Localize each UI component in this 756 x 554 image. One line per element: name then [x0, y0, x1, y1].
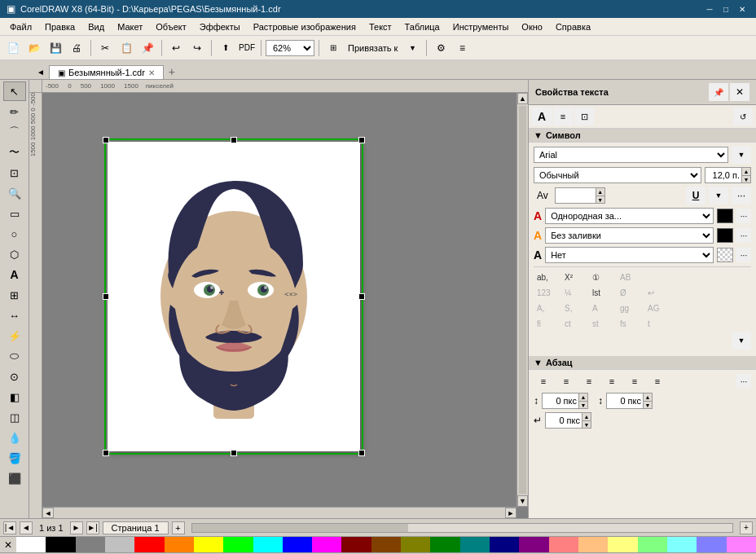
shadow-tool[interactable]: ◧ [3, 387, 26, 407]
space-before-down[interactable]: ▼ [578, 401, 588, 409]
document-tab[interactable]: ▣ Безымянный-1.cdr ✕ [49, 65, 164, 79]
strip-color-#80FF80[interactable] [638, 537, 667, 552]
vscroll-thumb[interactable] [519, 106, 526, 494]
strip-color-#000000[interactable] [46, 537, 75, 552]
handle-bl[interactable] [103, 450, 109, 456]
more-features-btn[interactable]: ▼ [732, 332, 751, 350]
menu-edit[interactable]: Правка [38, 20, 81, 33]
handle-ml[interactable] [103, 293, 109, 300]
menu-object[interactable]: Объект [149, 20, 192, 33]
dimension-tool[interactable]: ↔ [3, 306, 26, 325]
add-page-btn[interactable]: + [172, 521, 185, 534]
menu-text[interactable]: Текст [363, 20, 398, 33]
hscroll-right-button[interactable]: ► [505, 508, 516, 518]
para-more-btn[interactable]: ··· [736, 374, 751, 389]
strip-color-#FF8080[interactable] [549, 537, 578, 552]
handle-tl[interactable] [103, 137, 109, 143]
fill-combo[interactable]: Без заливки [545, 227, 714, 244]
customize-button[interactable]: ≡ [452, 38, 472, 58]
handle-tc[interactable] [231, 137, 237, 143]
fill-tool[interactable]: 🪣 [3, 448, 26, 468]
strip-color-#8080FF[interactable] [697, 537, 726, 552]
strip-color-#008080[interactable] [460, 537, 490, 552]
prev-page-btn[interactable]: ◄ [20, 521, 33, 534]
handle-mr[interactable] [358, 293, 365, 300]
strip-color-#FF0000[interactable] [134, 537, 164, 552]
strip-color-#008000[interactable] [430, 537, 459, 552]
feat-arrow-btn[interactable]: ↩ [644, 287, 670, 299]
feat-a-style-btn[interactable]: A [589, 302, 615, 314]
char-style-options-btn[interactable]: ··· [736, 248, 751, 262]
panel-pin-button[interactable]: 📌 [709, 83, 728, 101]
smart-fill-tool[interactable]: ⬛ [3, 468, 26, 488]
text-tool[interactable]: A [3, 265, 26, 284]
strip-color-#800000[interactable] [341, 537, 371, 552]
menu-effects[interactable]: Эффекты [193, 20, 247, 33]
menu-help[interactable]: Справка [549, 20, 597, 33]
frame-properties-btn[interactable]: ⊡ [574, 108, 594, 125]
strip-color-#C0C0C0[interactable] [105, 537, 134, 552]
menu-file[interactable]: Файл [3, 20, 38, 33]
export-button[interactable]: PDF [237, 38, 257, 58]
panel-close-button[interactable]: ✕ [730, 83, 749, 101]
connector-tool[interactable]: ⚡ [3, 326, 26, 345]
feat-gg-btn[interactable]: gg [617, 302, 643, 314]
vertical-scrollbar[interactable]: ▲ ▼ [516, 93, 528, 507]
feat-AB-btn[interactable]: AB [617, 271, 643, 284]
ellipse-tool[interactable]: ○ [3, 224, 26, 244]
strip-color-#800080[interactable] [519, 537, 548, 552]
indent-down[interactable]: ▼ [582, 420, 591, 429]
feat-fs-btn[interactable]: fs [617, 318, 643, 330]
last-page-btn[interactable]: ►| [86, 521, 99, 534]
strip-color-#000080[interactable] [490, 537, 519, 552]
menu-table[interactable]: Таблица [398, 20, 446, 33]
options-button[interactable]: ⚙ [431, 38, 451, 58]
strip-color-#808080[interactable] [76, 537, 105, 552]
eyedropper-tool[interactable]: 💧 [3, 428, 26, 447]
paragraph-section-header[interactable]: ▼ Абзац [529, 356, 756, 370]
snap-button[interactable]: ⊞ [323, 38, 343, 58]
strip-color-#FF8000[interactable] [165, 537, 194, 552]
print-button[interactable]: 🖨 [67, 38, 86, 58]
strip-color-#FFC080[interactable] [578, 537, 608, 552]
menu-view[interactable]: Вид [81, 20, 111, 33]
strip-color-#FF00FF[interactable] [312, 537, 341, 552]
new-button[interactable]: 📄 [3, 38, 23, 58]
outline-combo[interactable]: Однородная за... [545, 208, 714, 224]
underline-more-btn[interactable]: ··· [732, 187, 751, 204]
symbol-section-header[interactable]: ▼ Символ [529, 129, 756, 143]
feat-123-btn[interactable]: 123 [534, 287, 560, 299]
underline-options-btn[interactable]: ▼ [709, 187, 728, 204]
cut-button[interactable]: ✂ [95, 38, 115, 58]
menu-window[interactable]: Окно [515, 20, 549, 33]
font-style-combo[interactable]: Обычный [534, 167, 701, 183]
tab-prev-button[interactable]: ◄ [33, 64, 49, 79]
outline-options-btn[interactable]: ··· [736, 209, 751, 223]
para-properties-btn[interactable]: ≡ [553, 108, 573, 125]
feat-ct-btn[interactable]: ct [561, 318, 587, 330]
font-size-up[interactable]: ▲ [741, 167, 751, 175]
feat-st-btn[interactable]: st [589, 318, 615, 330]
feat-superscript-btn[interactable]: X² [561, 271, 587, 284]
menu-tools[interactable]: Инструменты [446, 20, 516, 33]
feat-lst-btn[interactable]: lst [589, 287, 615, 299]
open-button[interactable]: 📂 [24, 38, 44, 58]
blend-tool[interactable]: ⬭ [3, 346, 26, 366]
zoom-tool[interactable]: 🔍 [3, 183, 26, 203]
fill-options-btn[interactable]: ··· [736, 228, 751, 243]
underline-btn[interactable]: U [686, 187, 705, 204]
outline-color-swatch[interactable] [717, 209, 733, 223]
vscroll-down-button[interactable]: ▼ [517, 495, 528, 507]
bezier-tool[interactable]: ⌒ [3, 122, 26, 142]
handle-bc[interactable] [231, 450, 237, 456]
vscroll-up-button[interactable]: ▲ [517, 93, 528, 104]
paste-button[interactable]: 📌 [138, 38, 157, 58]
strip-color-#0000FF[interactable] [283, 537, 312, 552]
font-options-btn[interactable]: ▼ [732, 146, 751, 164]
feat-fi-btn[interactable]: fi [534, 318, 560, 330]
table-tool[interactable]: ⊞ [3, 285, 26, 305]
feat-ag-btn[interactable]: AG [644, 302, 670, 314]
align-justify-char-btn[interactable]: ≡ [648, 373, 667, 389]
strip-color-#FFFF80[interactable] [608, 537, 637, 552]
undo-button[interactable]: ↩ [166, 38, 186, 58]
